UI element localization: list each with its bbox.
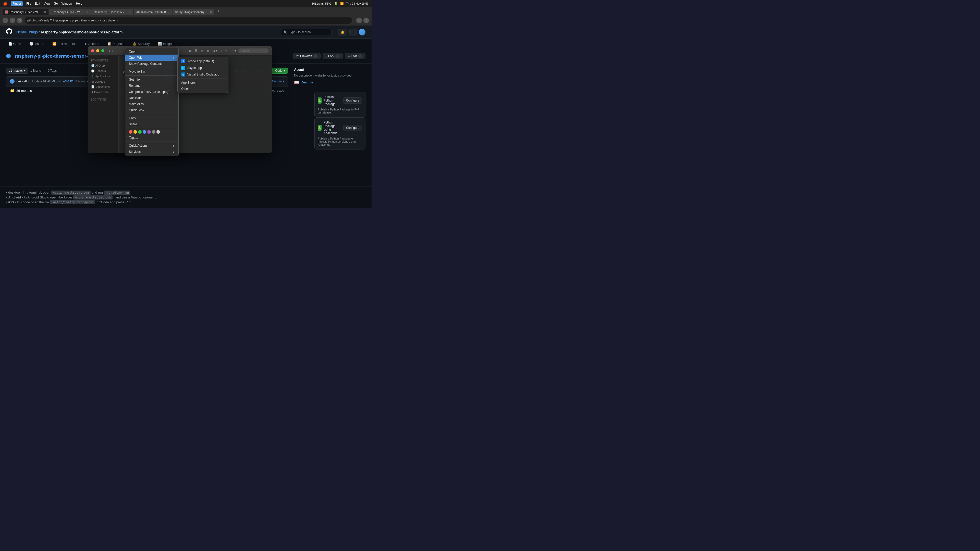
tab-label-4: Nerdy-Things/raspberry-pi-... — [175, 11, 208, 14]
ctx-share[interactable]: Share... — [125, 121, 178, 127]
configure-btn-1[interactable]: Configure — [343, 97, 362, 103]
submenu-vscode[interactable]: ≺ Visual Studio Code.app — [178, 71, 228, 78]
tag-yellow[interactable] — [134, 130, 137, 134]
ctx-quick-actions-label: Quick Actions — [129, 144, 148, 148]
readme-link[interactable]: Readme — [301, 80, 313, 84]
notifications-btn[interactable]: 🔔 — [338, 29, 347, 35]
extensions-button[interactable]: ⋮ — [363, 17, 369, 23]
star-button[interactable]: ☆ Star 0 — [345, 53, 366, 59]
maximize-button[interactable] — [101, 49, 104, 52]
tab-close-2[interactable]: ✕ — [129, 11, 130, 14]
svg-text:≺: ≺ — [182, 73, 184, 76]
minimize-button[interactable] — [96, 49, 99, 52]
tag-red[interactable] — [129, 130, 132, 134]
search-box[interactable]: 🔍 Type / to search — [281, 29, 332, 35]
forward-button[interactable]: › — [10, 17, 15, 23]
tab-1[interactable]: Raspberry Pi Pico 2 W - DE... ✕ — [49, 9, 91, 15]
tab-4[interactable]: Nerdy-Things/raspberry-pi-... ✕ — [172, 9, 215, 15]
ctx-open-with[interactable]: Open With ▶ — [125, 55, 178, 61]
file-menu[interactable]: File — [26, 2, 31, 5]
sidebar-applications[interactable]: 📱 Applications — [88, 74, 118, 79]
sidebar-desktop[interactable]: 🖥 Desktop — [88, 79, 118, 84]
ctx-duplicate[interactable]: Duplicate — [125, 95, 178, 101]
finder-menu[interactable]: Finder — [11, 1, 23, 6]
sidebar-locations: Locations — [88, 97, 118, 102]
finder-back-btn[interactable]: ‹ — [109, 49, 110, 53]
submenu-skype[interactable]: S Skype.app — [178, 65, 228, 71]
ctx-compress[interactable]: Compress "iosApp.xcodeproj" — [125, 89, 178, 95]
tab-3[interactable]: Amazon.com : ds18b20 ✕ — [134, 9, 172, 15]
tab-2[interactable]: Raspberry Pi Pico 2 W - DE... ✕ — [91, 9, 133, 15]
finder-icon-view[interactable]: ⊞ — [188, 48, 192, 53]
tab-close-0[interactable]: ✕ — [44, 11, 46, 14]
back-button[interactable]: ‹ — [3, 17, 8, 23]
tab-close-3[interactable]: ✕ — [167, 11, 169, 14]
ctx-copy[interactable]: Copy — [125, 115, 178, 121]
python-package-title: Python Package using Anaconda — [324, 121, 341, 135]
sidebar-favorites: Favourites — [88, 58, 118, 63]
submenu-xcode[interactable]: X Xcode.app (default) — [178, 58, 228, 65]
finder-forward-btn[interactable]: › — [112, 49, 113, 53]
ctx-show-package-contents[interactable]: Show Package Contents — [125, 61, 178, 67]
ctx-open[interactable]: Open — [125, 48, 178, 55]
window-menu[interactable]: Window — [62, 2, 73, 5]
about-text: No description, website, or topics provi… — [294, 74, 366, 77]
org-link[interactable]: Nerdy-Things — [16, 30, 38, 34]
tag-purple[interactable] — [147, 130, 151, 134]
tab-label-3: Amazon.com : ds18b20 — [136, 11, 166, 14]
submenu-xcode-label: Xcode.app (default) — [187, 59, 214, 63]
finder-sort-btn[interactable]: ⊟ ▾ — [211, 48, 218, 53]
fork-button[interactable]: ⑂ Fork 0 — [323, 53, 343, 59]
close-button[interactable] — [91, 49, 94, 52]
go-menu[interactable]: Go — [54, 2, 58, 5]
bookmark-button[interactable]: ☆ — [356, 17, 362, 23]
finder-gallery-view[interactable]: ▦ — [205, 48, 210, 53]
finder-share-btn[interactable]: ↑ — [220, 48, 223, 53]
repo-link[interactable]: raspberry-pi-pico-thermo-sensor-cross-pl… — [41, 30, 123, 34]
tag-green[interactable] — [138, 130, 142, 134]
user-avatar[interactable] — [359, 29, 366, 35]
nav-issues[interactable]: ⚪ Issues — [27, 41, 46, 47]
nav-code[interactable]: 📄 Code — [6, 41, 23, 47]
ctx-quick-actions[interactable]: Quick Actions ▶ — [125, 143, 178, 149]
commit-hash[interactable]: e3b84f3 — [63, 80, 73, 83]
view-menu[interactable]: View — [44, 2, 50, 5]
tag-blue[interactable] — [143, 130, 146, 134]
sidebar-documents[interactable]: 📄 Documents — [88, 84, 118, 89]
apple-icon[interactable]: 🍎 — [3, 2, 7, 6]
address-bar[interactable]: github.com/Nerdy-Things/raspberry-pi-pic… — [24, 17, 352, 24]
refresh-button[interactable]: ↻ — [17, 17, 22, 23]
branch-selector[interactable]: ⎇ master ▾ — [6, 68, 28, 74]
ctx-rename[interactable]: Rename — [125, 83, 178, 89]
ctx-get-info[interactable]: Get Info — [125, 76, 178, 83]
create-btn[interactable]: + — [349, 29, 357, 35]
tab-close-4[interactable]: ✕ — [210, 11, 212, 14]
tab-close-1[interactable]: ✕ — [86, 11, 88, 14]
finder-edit-btn[interactable]: ✎ — [224, 48, 229, 53]
sidebar-recents[interactable]: 🕐 Recents — [88, 68, 118, 74]
sidebar-airdrop[interactable]: 💨 AirDrop — [88, 63, 118, 68]
unwatch-button[interactable]: 👁 Unwatch 2 — [293, 53, 321, 59]
submenu-appstore[interactable]: App Store... — [178, 79, 228, 86]
edit-menu[interactable]: Edit — [35, 2, 40, 5]
browser-tabs: 🐙 Raspberry Pi Pico 2 W on s... ✕ Raspbe… — [0, 7, 372, 15]
finder-list-view[interactable]: ☰ — [194, 48, 199, 53]
sidebar-downloads[interactable]: ⬇ Downloads — [88, 89, 118, 95]
python-package-description: Publish a Python Package on multiple Pyt… — [318, 137, 362, 146]
finder-column-view[interactable]: ▤ — [200, 48, 204, 53]
tab-0[interactable]: 🐙 Raspberry Pi Pico 2 W on s... ✕ — [3, 9, 48, 15]
help-menu[interactable]: Help — [76, 2, 83, 5]
new-tab-button[interactable]: + — [216, 9, 221, 14]
nav-pull-requests[interactable]: 🔀 Pull requests — [50, 41, 79, 47]
finder-search-input[interactable] — [238, 48, 269, 53]
ctx-tags-label[interactable]: Tags... — [125, 135, 178, 141]
ctx-services[interactable]: Services ▶ — [125, 149, 178, 155]
ctx-make-alias[interactable]: Make Alias — [125, 101, 178, 107]
ctx-quick-look[interactable]: Quick Look — [125, 107, 178, 113]
configure-btn-2[interactable]: Configure — [343, 125, 362, 131]
finder-more-btn[interactable]: ⋯ ▾ — [230, 48, 237, 53]
tag-white[interactable] — [156, 130, 160, 134]
ctx-move-to-bin[interactable]: Move to Bin — [125, 68, 178, 75]
submenu-other[interactable]: Other... — [178, 86, 228, 92]
tag-gray[interactable] — [152, 130, 156, 134]
